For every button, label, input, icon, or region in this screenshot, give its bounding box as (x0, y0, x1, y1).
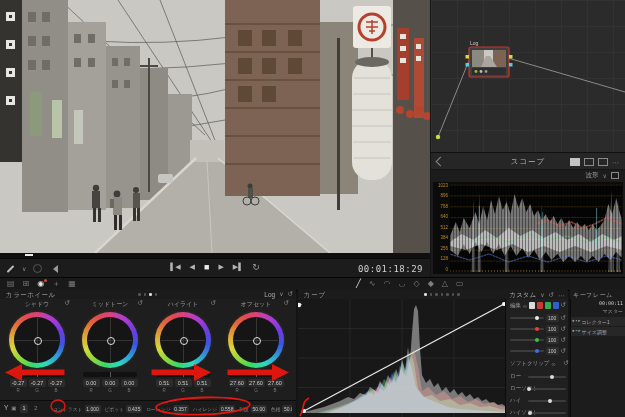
keyframe-track-corrector[interactable]: ● ▪ ▸ コレクター1 (570, 317, 625, 326)
viewer-timecode[interactable]: 00:01:18:29 (358, 264, 423, 274)
wheel-mode-icon[interactable]: ▣ (11, 406, 16, 412)
reset-icon[interactable]: ↺ (561, 348, 566, 355)
node-editor[interactable]: Log (431, 0, 625, 153)
value-box[interactable]: -0.27 (10, 379, 27, 387)
offset-color-wheel[interactable] (228, 312, 284, 368)
contrast-value[interactable]: 1.000 (85, 405, 101, 413)
luma-intensity-value[interactable]: 100 (546, 314, 559, 322)
grab-still-icon[interactable] (33, 264, 42, 273)
node-input-key-dot (466, 63, 470, 67)
audio-mute-icon[interactable] (49, 265, 58, 273)
high-range-value[interactable]: 0.558 (219, 405, 235, 413)
link-icon[interactable]: ∞ (551, 361, 555, 367)
keyframe-master-label: マスター (603, 308, 623, 314)
green-channel-button[interactable] (545, 302, 551, 309)
midtone-master-wheel[interactable] (83, 372, 137, 377)
highlight-color-wheel[interactable] (155, 312, 211, 368)
value-box[interactable]: 0.51 (194, 379, 211, 387)
highlight-master-wheel[interactable] (156, 372, 210, 377)
wheels-page-2-button[interactable]: 2 (31, 404, 40, 413)
high-soft-slider[interactable] (528, 412, 566, 414)
scope-options-icon[interactable]: ⋯ (612, 159, 619, 166)
green-intensity-slider[interactable] (510, 339, 544, 341)
hue-value[interactable]: 50.00 (282, 405, 292, 413)
expand-track-icon[interactable]: ▸ (578, 319, 580, 324)
step-back-button[interactable]: ◀ (190, 263, 195, 271)
wheels-reset-icon[interactable]: ↺ (288, 291, 293, 298)
curves-options-icon[interactable]: ⋯ (558, 292, 565, 299)
high-clip-slider[interactable] (528, 400, 566, 402)
keyframe-timecode: 00:00:11 (599, 300, 623, 306)
softclip-reset-icon[interactable]: ↺ (563, 360, 568, 367)
curves-page-dots[interactable] (424, 293, 460, 296)
value-box[interactable]: 0.00 (121, 379, 138, 387)
wheel-label: ミッドトーン (92, 301, 129, 307)
value-box[interactable]: 27.60 (267, 379, 284, 387)
ysfx-toggle-icon[interactable]: Y (4, 405, 8, 412)
scope-mode-select[interactable]: 波形 (586, 171, 599, 180)
red-intensity-value[interactable]: 100 (546, 325, 559, 333)
scope-settings-icon[interactable] (611, 172, 619, 179)
corrector-node[interactable]: Log (466, 40, 513, 77)
luma-intensity-slider[interactable] (510, 317, 544, 319)
play-button[interactable]: ▶ (218, 263, 223, 271)
value-box[interactable]: -0.27 (48, 379, 65, 387)
reset-icon[interactable]: ↺ (561, 337, 566, 344)
value-box[interactable]: 27.60 (229, 379, 246, 387)
pivot-value[interactable]: 0.435 (126, 405, 142, 413)
curve-black-point[interactable] (302, 409, 306, 413)
loop-button[interactable]: ↻ (252, 262, 260, 272)
reset-icon[interactable]: ↺ (561, 315, 566, 322)
curves-reset-icon[interactable]: ↺ (549, 292, 554, 299)
value-box[interactable]: 0.51 (175, 379, 192, 387)
shadow-color-wheel[interactable] (9, 312, 65, 368)
playhead-marker[interactable] (25, 254, 33, 256)
value-box[interactable]: 0.00 (102, 379, 119, 387)
low-soft-slider[interactable] (528, 388, 566, 390)
reset-icon[interactable]: ↺ (561, 326, 566, 333)
scope-dual-view-icon[interactable] (584, 158, 594, 166)
curves-mode-caret-icon: ∨ (540, 292, 544, 298)
wheels-mode-select[interactable]: Log (264, 291, 275, 298)
node-input-dot (466, 55, 470, 59)
expand-track-icon[interactable]: ▸ (578, 329, 580, 334)
blue-intensity-slider[interactable] (510, 350, 544, 352)
red-channel-button[interactable] (537, 302, 543, 309)
link-icon[interactable]: ∞ (523, 303, 527, 309)
scope-quad-view-icon[interactable] (598, 158, 608, 166)
scope-single-view-icon[interactable] (570, 158, 580, 166)
skip-end-button[interactable]: ▶▌ (233, 263, 243, 271)
annotation-pen-icon[interactable] (7, 265, 15, 273)
keyframe-track-sizing[interactable]: ● ▪ ▸ サイズ調整 (570, 327, 625, 336)
saturation-value[interactable]: 50.00 (251, 405, 267, 413)
value-box[interactable]: 0.51 (156, 379, 173, 387)
wheel-label: シャドウ (25, 301, 50, 307)
wheels-page-dots[interactable] (138, 293, 157, 296)
pen-dropdown-icon[interactable]: ∨ (22, 266, 26, 272)
reset-icon[interactable]: ↺ (65, 300, 70, 307)
value-box[interactable]: 0.00 (83, 379, 100, 387)
reset-icon[interactable]: ↺ (211, 300, 216, 307)
low-clip-slider[interactable] (528, 376, 566, 378)
red-intensity-slider[interactable] (510, 328, 544, 330)
wheels-page-1-button[interactable]: 1 (20, 404, 29, 413)
low-range-value[interactable]: 0.357 (173, 405, 189, 413)
lock-icon[interactable]: ▪ (576, 319, 578, 324)
reset-icon[interactable]: ↺ (138, 300, 143, 307)
shadow-master-wheel[interactable] (10, 372, 64, 377)
curves-palette: ▸ 編集 ∞ ↺ 100↺ (298, 299, 568, 417)
offset-master-wheel[interactable] (229, 372, 283, 377)
luma-channel-button[interactable] (529, 302, 535, 309)
value-box[interactable]: -0.27 (29, 379, 46, 387)
value-box[interactable]: 27.60 (248, 379, 265, 387)
stop-button[interactable]: ■ (204, 262, 209, 272)
curves-channels-reset-icon[interactable]: ↺ (561, 302, 566, 309)
custom-curve-graph[interactable]: ▸ (298, 299, 506, 417)
blue-channel-button[interactable] (553, 302, 559, 309)
reset-icon[interactable]: ↺ (284, 300, 289, 307)
skip-start-button[interactable]: ▌◀ (170, 263, 180, 271)
midtone-color-wheel[interactable] (82, 312, 138, 368)
lock-icon[interactable]: ▪ (576, 329, 578, 334)
green-intensity-value[interactable]: 100 (546, 336, 559, 344)
blue-intensity-value[interactable]: 100 (546, 347, 559, 355)
